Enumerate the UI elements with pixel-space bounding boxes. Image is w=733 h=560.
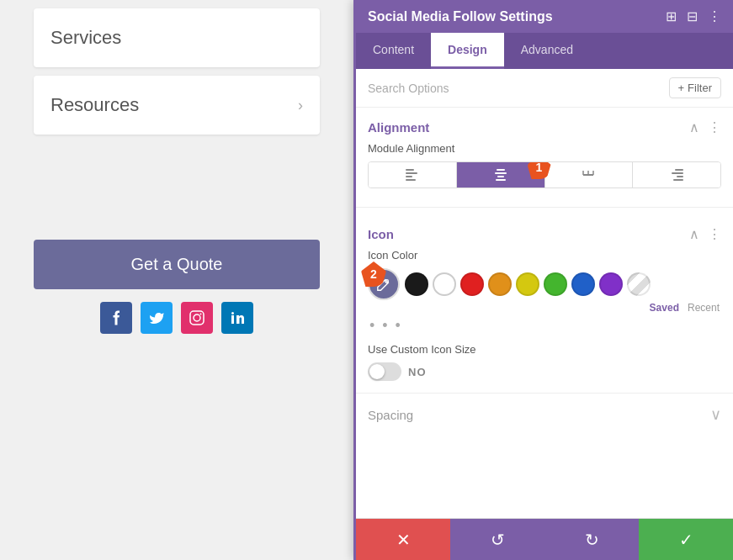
services-menu-item[interactable]: Services: [34, 8, 320, 67]
color-swatches: [405, 272, 651, 296]
get-quote-button[interactable]: Get a Quote: [34, 240, 320, 289]
align-justify-option[interactable]: [545, 162, 634, 188]
panel-footer: ✕ ↺ ↻ ✓: [356, 518, 733, 560]
recent-link[interactable]: Recent: [688, 302, 720, 314]
spacing-section[interactable]: Spacing ∨: [356, 393, 733, 436]
svg-rect-12: [496, 179, 506, 181]
more-dots[interactable]: • • •: [368, 317, 721, 335]
tab-advanced[interactable]: Advanced: [504, 33, 590, 69]
svg-rect-5: [406, 169, 414, 171]
cancel-icon: ✕: [396, 530, 411, 550]
panel-title: Social Media Follow Settings: [368, 9, 553, 24]
svg-rect-3: [231, 315, 234, 324]
services-label: Services: [50, 27, 121, 49]
expand-icon[interactable]: ⊞: [666, 8, 677, 24]
instagram-icon[interactable]: [181, 302, 213, 334]
swatch-purple[interactable]: [599, 272, 623, 296]
undo-button[interactable]: ↺: [450, 519, 544, 560]
svg-rect-11: [497, 176, 504, 177]
redo-icon: ↻: [585, 530, 599, 550]
color-picker-active[interactable]: 2: [368, 268, 400, 300]
panel-header: Social Media Follow Settings ⊞ ⊟ ⋮: [356, 0, 733, 33]
linkedin-icon[interactable]: [221, 302, 253, 334]
icon-collapse-icon[interactable]: ∧: [689, 226, 699, 242]
custom-icon-size-row: Use Custom Icon Size NO: [356, 343, 733, 393]
more-options-icon[interactable]: ⋮: [708, 8, 721, 24]
left-panel: Services Resources › Get a Quote: [0, 0, 353, 560]
color-picker-section: Icon Color 2: [356, 249, 733, 343]
alignment-more-icon[interactable]: ⋮: [708, 119, 721, 135]
alignment-collapse-icon[interactable]: ∧: [689, 119, 699, 135]
tab-design[interactable]: Design: [431, 33, 504, 69]
toggle-switch: NO: [368, 362, 721, 381]
icon-more-icon[interactable]: ⋮: [708, 226, 721, 242]
filter-button[interactable]: + Filter: [669, 77, 721, 98]
icon-section-header: Icon ∧ ⋮: [356, 214, 733, 249]
facebook-icon[interactable]: [100, 302, 132, 334]
saved-recent-row: Saved Recent: [368, 302, 721, 314]
save-icon: ✓: [679, 530, 693, 550]
svg-rect-9: [497, 169, 505, 171]
custom-size-label: Use Custom Icon Size: [368, 343, 721, 356]
svg-rect-6: [406, 172, 417, 174]
step-2-badge: 2: [361, 262, 386, 287]
alignment-section-controls: ∧ ⋮: [689, 119, 721, 135]
grid-icon[interactable]: ⊟: [687, 8, 698, 24]
svg-rect-19: [677, 176, 683, 177]
tab-content[interactable]: Content: [356, 33, 431, 69]
panel-tabs: Content Design Advanced: [356, 33, 733, 69]
alignment-options: 1: [368, 161, 721, 188]
panel-header-icons: ⊞ ⊟ ⋮: [666, 8, 721, 24]
swatch-blue[interactable]: [571, 272, 595, 296]
panel-body: Alignment ∧ ⋮ Module Alignment 1: [356, 108, 733, 518]
panel-search: Search Options + Filter: [356, 69, 733, 108]
module-alignment-label: Module Alignment: [368, 142, 721, 155]
toggle-state-text: NO: [408, 366, 427, 378]
swatch-black[interactable]: [405, 272, 428, 296]
svg-rect-10: [495, 172, 507, 174]
resources-menu-item[interactable]: Resources ›: [34, 76, 320, 135]
right-panel: Social Media Follow Settings ⊞ ⊟ ⋮ Conte…: [353, 0, 733, 560]
svg-rect-8: [406, 179, 416, 181]
spacing-title: Spacing: [368, 408, 413, 422]
align-left-option[interactable]: [369, 162, 457, 188]
swatch-green[interactable]: [544, 272, 567, 296]
align-center-option[interactable]: 1: [457, 162, 545, 188]
svg-rect-0: [190, 311, 204, 325]
twitter-icon[interactable]: [141, 302, 173, 334]
divider-1: [356, 207, 733, 208]
svg-point-4: [231, 312, 234, 314]
swatch-white[interactable]: [433, 272, 456, 296]
toggle-track[interactable]: [368, 362, 401, 381]
icon-section-title: Icon: [368, 227, 394, 241]
svg-point-2: [200, 314, 202, 315]
swatch-striped[interactable]: [627, 272, 651, 296]
toggle-thumb: [369, 364, 385, 379]
spacing-expand-icon: ∨: [710, 405, 721, 424]
cancel-button[interactable]: ✕: [356, 519, 450, 560]
svg-point-1: [194, 314, 200, 321]
save-button[interactable]: ✓: [639, 519, 733, 560]
icon-color-label: Icon Color: [368, 249, 721, 262]
alignment-section-title: Alignment: [368, 120, 429, 135]
resources-label: Resources: [50, 94, 139, 116]
alignment-section-header: Alignment ∧ ⋮: [356, 108, 733, 142]
icon-section-controls: ∧ ⋮: [689, 226, 721, 242]
filter-label: Filter: [688, 82, 712, 94]
undo-icon: ↺: [491, 530, 505, 550]
chevron-right-icon: ›: [298, 97, 303, 114]
search-placeholder: Search Options: [368, 82, 449, 95]
plus-icon: +: [678, 82, 685, 94]
social-icons-row: [34, 302, 320, 334]
redo-button[interactable]: ↻: [544, 519, 639, 560]
swatch-orange[interactable]: [488, 272, 512, 296]
svg-rect-18: [672, 172, 683, 174]
align-right-option[interactable]: [633, 162, 720, 188]
svg-rect-7: [406, 176, 412, 177]
alignment-section-content: Module Alignment 1: [356, 142, 733, 200]
svg-rect-17: [675, 169, 683, 171]
svg-rect-20: [673, 179, 683, 181]
saved-link[interactable]: Saved: [650, 302, 679, 314]
swatch-red[interactable]: [460, 272, 484, 296]
swatch-yellow[interactable]: [516, 272, 539, 296]
